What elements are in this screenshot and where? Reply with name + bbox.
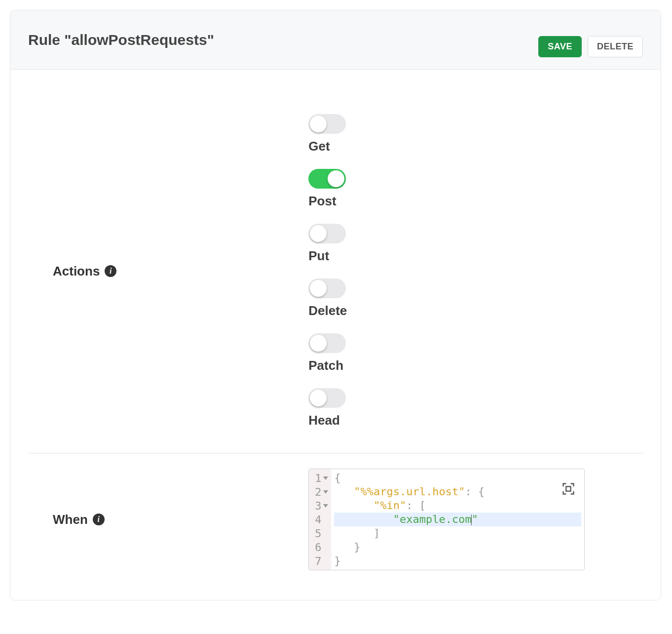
- toggle-label-post: Post: [308, 194, 643, 209]
- line-number: 3: [315, 500, 321, 512]
- token-punc: ]: [373, 527, 380, 539]
- token-key: "%%args.url.host": [354, 485, 465, 498]
- info-icon[interactable]: i: [93, 514, 105, 525]
- line-number: 6: [315, 541, 321, 554]
- token-key: "%in": [373, 499, 406, 512]
- editor-gutter: 1234567: [309, 469, 331, 570]
- header-buttons: SAVE DELETE: [538, 36, 643, 57]
- actions-content: GetPostPutDeletePatchHead: [308, 114, 643, 428]
- editor-code[interactable]: { "%%args.url.host": { "%in": [ "example…: [331, 469, 584, 570]
- toggle-knob: [310, 335, 327, 352]
- code-line[interactable]: {: [334, 471, 581, 485]
- when-label-text: When: [53, 512, 88, 527]
- token-punc: {: [334, 472, 340, 484]
- info-icon[interactable]: i: [105, 265, 116, 277]
- line-number: 4: [315, 514, 321, 526]
- toggle-patch[interactable]: [308, 333, 346, 353]
- gutter-line: 5: [315, 526, 328, 540]
- toggle-knob: [310, 116, 327, 132]
- fold-icon[interactable]: [323, 490, 328, 494]
- page-title: Rule "allowPostRequests": [28, 32, 214, 48]
- delete-button[interactable]: DELETE: [588, 36, 643, 57]
- toggle-put[interactable]: [308, 224, 346, 243]
- token-punc: : [: [406, 499, 426, 512]
- gutter-line: 7: [315, 554, 328, 568]
- toggle-delete[interactable]: [308, 278, 346, 298]
- toggle-knob: [310, 225, 327, 242]
- actions-label: Actions i: [28, 264, 299, 279]
- token-punc: }: [334, 555, 340, 567]
- toggle-label-get: Get: [308, 139, 643, 154]
- when-content: 1234567 { "%%args.url.host": { "%in": [ …: [308, 469, 643, 570]
- code-line[interactable]: "%%args.url.host": {: [334, 485, 581, 499]
- line-number: 7: [315, 555, 321, 567]
- gutter-line: 1: [315, 471, 328, 485]
- token-str: "example.com: [393, 513, 472, 525]
- token-punc: }: [354, 541, 360, 553]
- toggle-post[interactable]: [308, 169, 346, 189]
- gutter-line: 3: [315, 499, 328, 513]
- fold-icon[interactable]: [323, 476, 328, 480]
- line-number: 2: [315, 486, 321, 498]
- svg-rect-0: [566, 486, 571, 491]
- toggle-label-head: Head: [308, 413, 643, 428]
- token-str: ": [472, 513, 478, 525]
- save-button[interactable]: SAVE: [538, 36, 582, 57]
- actions-label-text: Actions: [53, 264, 100, 279]
- toggle-item-get: Get: [308, 114, 643, 154]
- actions-row: Actions i GetPostPutDeletePatchHead: [28, 99, 643, 454]
- code-line[interactable]: "%in": [: [334, 499, 581, 513]
- fullscreen-icon[interactable]: [561, 482, 575, 496]
- when-label: When i: [28, 512, 299, 527]
- code-line[interactable]: }: [334, 540, 581, 554]
- toggle-item-put: Put: [308, 224, 643, 264]
- code-line[interactable]: ]: [334, 526, 581, 540]
- toggle-item-delete: Delete: [308, 278, 643, 318]
- code-line[interactable]: "example.com": [334, 513, 581, 526]
- line-number: 5: [315, 527, 321, 540]
- fold-icon[interactable]: [323, 504, 328, 508]
- toggle-get[interactable]: [308, 114, 346, 134]
- toggle-item-head: Head: [308, 388, 643, 428]
- toggle-label-put: Put: [308, 248, 643, 264]
- toggle-list: GetPostPutDeletePatchHead: [308, 114, 643, 428]
- line-number: 1: [315, 472, 321, 484]
- gutter-line: 6: [315, 540, 328, 554]
- token-punc: : {: [465, 485, 485, 498]
- toggle-knob: [310, 390, 327, 406]
- toggle-head[interactable]: [308, 388, 346, 408]
- toggle-label-patch: Patch: [308, 358, 643, 373]
- toggle-item-post: Post: [308, 169, 643, 209]
- toggle-label-delete: Delete: [308, 303, 643, 318]
- gutter-line: 2: [315, 485, 328, 499]
- toggle-knob: [310, 280, 327, 297]
- panel-header: Rule "allowPostRequests" SAVE DELETE: [10, 10, 661, 70]
- panel-body: Actions i GetPostPutDeletePatchHead When…: [10, 70, 661, 600]
- toggle-item-patch: Patch: [308, 333, 643, 373]
- code-line[interactable]: }: [334, 554, 581, 568]
- rule-panel: Rule "allowPostRequests" SAVE DELETE Act…: [10, 10, 661, 600]
- toggle-knob: [328, 170, 344, 187]
- when-row: When i 1234567 { "%%args.url.host": { "%…: [28, 454, 643, 595]
- gutter-line: 4: [315, 513, 328, 526]
- code-editor[interactable]: 1234567 { "%%args.url.host": { "%in": [ …: [308, 469, 585, 570]
